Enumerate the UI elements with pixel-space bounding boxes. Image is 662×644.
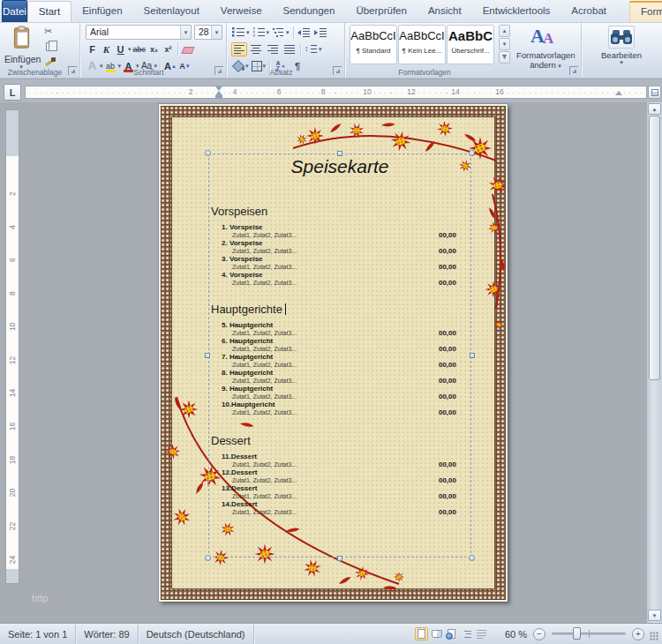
h-ruler[interactable]: 246810121416 — [25, 86, 647, 99]
zoom-level[interactable]: 60 % — [497, 629, 527, 640]
menu-item: 3. VorspeiseZutat1, Zutat2, Zutat3...00,… — [222, 255, 456, 271]
item-price: 00,00 — [439, 279, 456, 287]
paste-button[interactable]: Einfügen ▾ — [4, 25, 39, 69]
document-page[interactable]: Speisekarte Vorspeisen1. VorspeiseZutat1… — [159, 104, 508, 602]
font-group: Arial ▾ 28 ▾ F K U ▾ abc x₂ x² A ▾ — [81, 23, 227, 78]
item-ingredients: Zutat1, Zutat2, Zutat3... — [232, 461, 297, 468]
resize-handle-middle-left[interactable] — [205, 353, 210, 358]
file-tab[interactable]: Datei — [2, 0, 27, 22]
underline-dropdown-icon[interactable]: ▾ — [128, 47, 132, 52]
font-size-dropdown-icon[interactable]: ▾ — [211, 26, 222, 39]
tab-start[interactable]: Start — [27, 1, 71, 22]
resize-grip[interactable] — [650, 632, 658, 640]
left-indent-marker[interactable] — [215, 95, 222, 98]
zoom-in-button[interactable]: + — [632, 628, 644, 640]
scroll-up-button[interactable]: ▲ — [648, 103, 661, 115]
decrease-indent-button[interactable] — [297, 26, 312, 40]
tab-entwicklertools[interactable]: Entwicklertools — [472, 1, 561, 22]
right-indent-marker[interactable] — [615, 91, 622, 95]
superscript-button[interactable]: x² — [162, 42, 175, 56]
resize-handle-middle-right[interactable] — [470, 353, 475, 358]
numbered-list-button[interactable]: ▾ — [252, 26, 271, 40]
tab-ansicht[interactable]: Ansicht — [418, 1, 472, 22]
align-right-icon — [267, 44, 280, 55]
copy-button[interactable] — [42, 40, 65, 53]
v-ruler[interactable]: 24681012141618202224 — [5, 109, 19, 584]
word-count-status[interactable]: Wörter: 89 — [76, 625, 138, 644]
v-ruler-top-margin — [6, 110, 19, 156]
style-option--standard[interactable]: AaBbCcI¶ Standard — [350, 25, 397, 64]
font-name-combo[interactable]: Arial ▾ — [86, 25, 192, 40]
tab-überprüfen[interactable]: Überprüfen — [345, 1, 418, 22]
resize-handle-bottom-center[interactable] — [337, 556, 342, 561]
gallery-scroll-down-icon[interactable]: ▼ — [499, 38, 510, 50]
bullet-list-button[interactable]: ▾ — [231, 26, 251, 40]
print-layout-icon — [418, 629, 425, 639]
zoom-slider[interactable] — [552, 633, 626, 635]
multilevel-list-icon — [272, 27, 285, 38]
menu-text[interactable]: Vorspeisen1. VorspeiseZutat1, Zutat2, Zu… — [209, 154, 470, 557]
tab-stop-selector[interactable]: L — [4, 84, 21, 101]
font-name-dropdown-icon[interactable]: ▾ — [180, 26, 191, 39]
align-right-button[interactable] — [265, 42, 281, 56]
clear-formatting-icon[interactable] — [181, 44, 195, 55]
fullscreen-reading-view-button[interactable] — [430, 627, 443, 640]
ribbon-tab-bar: Datei StartEinfügenSeitenlayoutVerweiseS… — [0, 0, 662, 23]
draft-view-button[interactable] — [475, 627, 488, 640]
resize-handle-top-center[interactable] — [337, 151, 342, 156]
page-count-status[interactable]: Seite: 1 von 1 — [0, 625, 76, 644]
subscript-button[interactable]: x₂ — [147, 42, 161, 56]
print-layout-view-button[interactable] — [415, 627, 428, 640]
tab-format[interactable]: Format — [629, 1, 662, 22]
gallery-scroll-up-icon[interactable]: ▲ — [499, 25, 510, 37]
align-center-button[interactable] — [248, 42, 264, 56]
style-option-überschrif-[interactable]: AaBbCÜberschrif... — [447, 25, 494, 64]
web-layout-view-button[interactable] — [445, 627, 458, 640]
align-left-button[interactable] — [231, 42, 247, 56]
cut-button[interactable]: ✂ — [42, 25, 65, 38]
item-ingredients: Zutat1, Zutat2, Zutat3... — [232, 393, 297, 401]
ribbon: Einfügen ▾ ✂ Zwischenablage Arial — [0, 23, 662, 79]
justify-button[interactable] — [282, 42, 297, 56]
change-styles-button[interactable]: AA Formatvorlagen ändern ▾ — [515, 25, 575, 72]
item-name: 14.Dessert — [222, 500, 456, 508]
dialog-launcher-icon[interactable] — [68, 66, 77, 75]
outline-view-button[interactable] — [460, 627, 473, 640]
resize-handle-top-left[interactable] — [205, 150, 211, 156]
tab-verweise[interactable]: Verweise — [210, 1, 273, 22]
styles-gallery: AaBbCcI¶ StandardAaBbCcI¶ Kein Lee...AaB… — [350, 25, 495, 64]
increase-indent-button[interactable] — [313, 26, 329, 40]
multilevel-list-button[interactable]: ▾ — [271, 26, 290, 40]
resize-handle-bottom-left[interactable] — [205, 555, 211, 561]
dialog-launcher-icon[interactable] — [569, 66, 578, 75]
tab-acrobat[interactable]: Acrobat — [560, 1, 617, 22]
dialog-launcher-icon[interactable] — [214, 66, 223, 75]
tab-seitenlayout[interactable]: Seitenlayout — [133, 1, 210, 22]
zoom-out-button[interactable]: − — [533, 628, 545, 640]
v-ruler-number: 18 — [8, 455, 18, 465]
tab-einfügen[interactable]: Einfügen — [71, 1, 132, 22]
style-option--kein-lee-[interactable]: AaBbCcI¶ Kein Lee... — [398, 25, 446, 64]
item-row: Zutat1, Zutat2, Zutat3...00,00 — [222, 247, 456, 255]
zoom-slider-handle[interactable] — [573, 627, 581, 640]
scroll-down-button[interactable]: ▼ — [648, 610, 661, 621]
ruler-toggle-button[interactable] — [648, 86, 661, 99]
resize-handle-top-right[interactable] — [469, 150, 475, 156]
format-painter-button[interactable] — [42, 55, 65, 68]
bold-button[interactable]: F — [86, 42, 99, 56]
underline-button[interactable]: U — [114, 42, 127, 56]
italic-button[interactable]: K — [100, 42, 113, 56]
resize-handle-bottom-right[interactable] — [469, 555, 475, 561]
font-size-combo[interactable]: 28 ▾ — [194, 25, 222, 40]
section-heading: Hauptgerichte — [211, 303, 469, 316]
strikethrough-button[interactable]: abc — [132, 42, 147, 56]
item-price: 00,00 — [439, 408, 456, 416]
dialog-launcher-icon[interactable] — [333, 66, 342, 75]
text-box-selection[interactable]: Speisekarte Vorspeisen1. VorspeiseZutat1… — [208, 154, 471, 558]
gallery-more-icon[interactable]: ▼ — [499, 51, 510, 64]
scrollbar-thumb[interactable] — [649, 116, 660, 380]
tab-sendungen[interactable]: Sendungen — [273, 1, 346, 22]
language-status[interactable]: Deutsch (Deutschland) — [139, 625, 254, 644]
line-spacing-button[interactable]: ↕▾ — [304, 42, 323, 56]
editing-button[interactable]: Bearbeiten ▾ — [592, 25, 651, 72]
